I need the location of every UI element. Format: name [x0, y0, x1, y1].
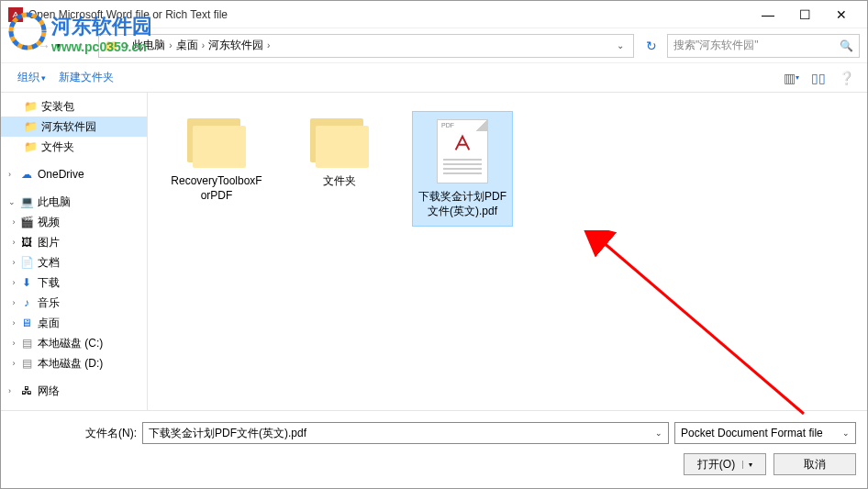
caret-icon: › — [8, 238, 19, 247]
folder-icon — [187, 118, 246, 168]
drive-icon: ▤ — [19, 357, 34, 370]
organize-button[interactable]: 组织 ▾ — [12, 66, 53, 89]
navigation-row: ← → ▾ ↑ 📁 › 此电脑 › 桌面 › 河东软件园 › ⌄ ↻ 搜索"河东… — [1, 28, 867, 63]
sidebar-item-music[interactable]: › ♪ 音乐 — [1, 293, 147, 313]
chevron-down-icon: ▾ — [41, 73, 46, 83]
folder-icon: 📁 — [23, 120, 38, 133]
filename-input[interactable]: 下载奖金计划PDF文件(英文).pdf ⌄ — [142, 422, 669, 444]
caret-icon: › — [8, 298, 19, 307]
sidebar-item-label: 此电脑 — [38, 194, 71, 210]
annotation-arrow — [584, 230, 822, 423]
main-area: 📁 安装包 📁 河东软件园 📁 文件夹 › ☁ OneDrive ⌄ 💻 此 — [1, 93, 867, 410]
caret-icon: › — [8, 170, 19, 179]
file-label: 下载奖金计划PDF文件(英文).pdf — [417, 189, 508, 218]
app-icon — [8, 7, 23, 22]
chevron-down-icon[interactable]: ▾ — [742, 461, 752, 469]
filetype-value: Pocket Document Format file — [681, 427, 823, 439]
open-label: 打开(O) — [697, 457, 735, 472]
caret-icon: › — [8, 278, 19, 287]
caret-icon: › — [8, 339, 19, 348]
cancel-button[interactable]: 取消 — [773, 453, 856, 475]
maximize-button[interactable]: ☐ — [786, 1, 823, 28]
chevron-down-icon[interactable]: ⌄ — [842, 428, 850, 438]
search-input[interactable]: 搜索"河东软件园" 🔍 — [667, 34, 860, 58]
sidebar-item-label: 文档 — [38, 255, 60, 271]
breadcrumb-item[interactable]: 此电脑 — [132, 38, 165, 53]
monitor-icon: 💻 — [19, 195, 34, 208]
sidebar-item-desktop[interactable]: › 🖥 桌面 — [1, 313, 147, 333]
sidebar-item-drive-d[interactable]: › ▤ 本地磁盘 (D:) — [1, 353, 147, 373]
pdf-icon — [437, 119, 488, 183]
network-icon: 🖧 — [19, 384, 34, 397]
cloud-icon: ☁ — [19, 168, 34, 181]
history-dropdown[interactable]: ▾ — [56, 40, 69, 50]
breadcrumb[interactable]: 📁 › 此电脑 › 桌面 › 河东软件园 › ⌄ — [98, 34, 634, 58]
minimize-button[interactable]: — — [750, 1, 786, 28]
up-button[interactable]: ↑ — [69, 34, 93, 58]
sidebar-this-pc[interactable]: ⌄ 💻 此电脑 — [1, 192, 147, 212]
back-button[interactable]: ← — [8, 34, 32, 58]
close-button[interactable]: ✕ — [823, 1, 860, 28]
breadcrumb-item[interactable]: 河东软件园 — [208, 38, 263, 53]
toolbar: 组织 ▾ 新建文件夹 ▥ ▾ ▯▯ ❔ — [1, 63, 867, 93]
folder-icon — [310, 118, 369, 168]
sidebar-item-label: 网络 — [38, 383, 60, 399]
chevron-right-icon: › — [267, 40, 270, 50]
filename-value: 下载奖金计划PDF文件(英文).pdf — [149, 426, 306, 441]
file-label: 文件夹 — [323, 173, 356, 188]
sidebar-item-docs[interactable]: › 📄 文档 — [1, 252, 147, 272]
view-options-button[interactable]: ▥ ▾ — [781, 68, 801, 88]
download-icon: ⬇ — [19, 276, 34, 289]
open-button[interactable]: 打开(O) ▾ — [684, 453, 766, 475]
preview-pane-button[interactable]: ▯▯ — [808, 68, 829, 88]
file-item-folder[interactable]: RecoveryToolboxForPDF — [166, 111, 267, 210]
refresh-button[interactable]: ↻ — [640, 34, 663, 58]
sidebar-item[interactable]: 📁 安装包 — [1, 96, 147, 117]
sidebar: 📁 安装包 📁 河东软件园 📁 文件夹 › ☁ OneDrive ⌄ 💻 此 — [1, 93, 148, 410]
music-icon: ♪ — [19, 296, 34, 309]
caret-icon: ⌄ — [8, 197, 19, 206]
folder-icon: 📁 — [23, 100, 38, 113]
chevron-right-icon: › — [202, 40, 205, 50]
sidebar-item-images[interactable]: › 🖼 图片 — [1, 232, 147, 252]
sidebar-item-label: 下载 — [38, 275, 60, 291]
sidebar-item-drive-c[interactable]: › ▤ 本地磁盘 (C:) — [1, 333, 147, 353]
titlebar: Open Microsoft Word file or Rich Text fi… — [1, 1, 867, 28]
caret-icon: › — [8, 318, 19, 328]
desktop-icon: 🖥 — [19, 317, 34, 329]
caret-icon: › — [8, 386, 19, 395]
sidebar-item-label: 音乐 — [38, 295, 60, 311]
svg-line-0 — [602, 241, 804, 414]
sidebar-network[interactable]: › 🖧 网络 — [1, 381, 147, 401]
help-button[interactable]: ❔ — [836, 68, 856, 88]
file-content-area[interactable]: RecoveryToolboxForPDF 文件夹 下载奖金计划PDF文件(英文… — [148, 93, 867, 410]
chevron-down-icon[interactable]: ⌄ — [655, 428, 662, 438]
sidebar-item-label: 安装包 — [41, 99, 74, 115]
file-item-pdf[interactable]: 下载奖金计划PDF文件(英文).pdf — [412, 111, 513, 227]
sidebar-onedrive[interactable]: › ☁ OneDrive — [1, 164, 147, 184]
sidebar-item-label: 河东软件园 — [41, 119, 96, 135]
image-icon: 🖼 — [19, 236, 34, 249]
breadcrumb-dropdown[interactable]: ⌄ — [613, 40, 628, 50]
caret-icon: › — [8, 217, 19, 227]
folder-icon: 📁 — [23, 140, 38, 153]
sidebar-item-download[interactable]: › ⬇ 下载 — [1, 272, 147, 293]
video-icon: 🎬 — [19, 216, 34, 228]
sidebar-item-label: 文件夹 — [41, 139, 74, 155]
sidebar-item-label: OneDrive — [38, 168, 84, 181]
filename-label: 文件名(N): — [85, 426, 137, 441]
search-icon: 🔍 — [840, 39, 853, 52]
sidebar-item-label: 视频 — [38, 215, 60, 230]
sidebar-item-label: 图片 — [38, 235, 60, 250]
new-folder-button[interactable]: 新建文件夹 — [53, 66, 119, 89]
file-open-dialog: Open Microsoft Word file or Rich Text fi… — [0, 0, 868, 489]
sidebar-item-label: 桌面 — [38, 316, 60, 331]
file-item-folder[interactable]: 文件夹 — [289, 111, 390, 195]
sidebar-item-video[interactable]: › 🎬 视频 — [1, 212, 147, 232]
sidebar-item[interactable]: 📁 文件夹 — [1, 137, 147, 157]
forward-button[interactable]: → — [32, 34, 56, 58]
sidebar-item-label: 本地磁盘 (C:) — [38, 336, 103, 351]
filetype-select[interactable]: Pocket Document Format file ⌄ — [674, 422, 856, 444]
sidebar-item[interactable]: 📁 河东软件园 — [1, 117, 147, 137]
breadcrumb-item[interactable]: 桌面 — [176, 38, 198, 53]
